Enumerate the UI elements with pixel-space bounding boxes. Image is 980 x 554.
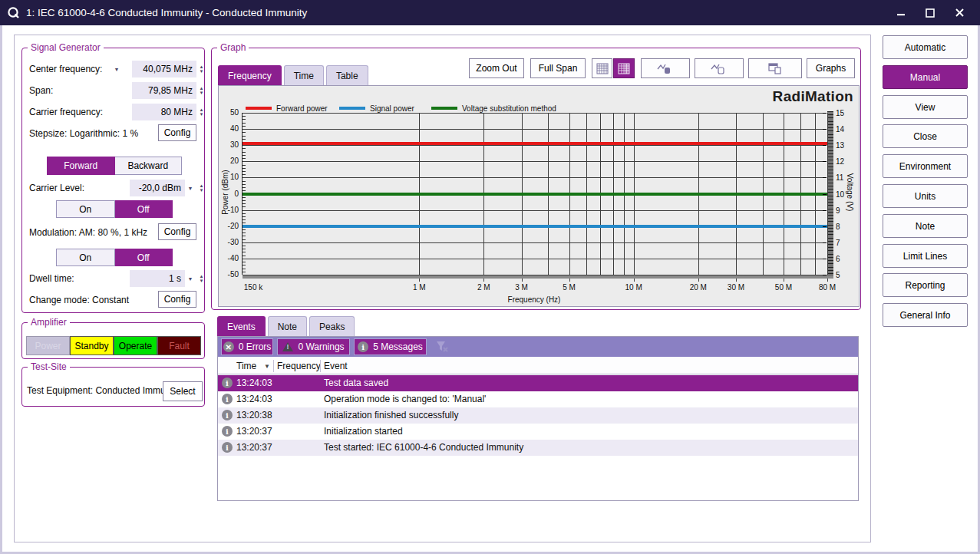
x-tick-label: 150 k	[236, 283, 270, 292]
amplifier-title: Amplifier	[28, 317, 70, 328]
events-tab-events[interactable]: Events	[217, 316, 266, 336]
column-header-event: Event	[324, 361, 348, 371]
event-text: Test started: IEC 61000-4-6 Conducted Im…	[324, 442, 523, 453]
cursor-add-icon[interactable]	[641, 58, 690, 78]
titlebar: 1: IEC 61000-4-6 Conducted Immunity - Co…	[0, 0, 980, 25]
plot-area[interactable]: 150 k1 M2 M3 M5 M10 M20 M30 M50 M80 M	[242, 113, 827, 275]
legend-swatch	[431, 107, 457, 110]
carrier-level-dropdown-icon[interactable]: ▼	[186, 180, 194, 196]
right-axis-major-tick	[823, 177, 827, 178]
h-gridline	[243, 242, 827, 243]
right-axis-major-tick	[823, 210, 827, 211]
clear-filter-icon[interactable]	[435, 340, 449, 357]
carrier-frequency-field[interactable]: 80 MHz ▲▼	[132, 104, 206, 120]
event-row[interactable]: i13:20:37Test started: IEC 61000-4-6 Con…	[218, 440, 858, 456]
amplifier-operate-button[interactable]: Operate	[114, 336, 157, 355]
modulation-config-button[interactable]: Config	[158, 223, 196, 240]
sidebar-button-automatic[interactable]: Automatic	[883, 35, 968, 59]
y-axis-right-title: Voltage (V)	[846, 170, 854, 216]
modulation-off[interactable]: Off	[115, 249, 173, 266]
warnings-button[interactable]: 0 Warnings	[277, 338, 350, 355]
carrier-off[interactable]: Off	[115, 200, 173, 218]
stepsize-config-button[interactable]: Config	[158, 124, 196, 141]
span-field[interactable]: 79,85 MHz ▲▼	[132, 82, 206, 99]
x-tick-mark	[419, 279, 420, 282]
amplifier-fault-button[interactable]: Fault	[157, 336, 201, 355]
events-table-header[interactable]: Time ▼ Frequency Event	[218, 358, 858, 374]
minimize-button[interactable]	[886, 0, 916, 25]
errors-button[interactable]: ✕ 0 Errors	[221, 338, 273, 355]
events-panel: ✕ 0 Errors 0 Warnings i 5 Messages Time …	[217, 336, 859, 501]
h-gridline	[243, 275, 827, 275]
span-spinner[interactable]: ▲▼	[197, 82, 206, 99]
cursor-remove-icon[interactable]	[695, 58, 744, 78]
dwell-time-field[interactable]: 1 s ▼ ▲▼	[130, 270, 206, 287]
graph-tab-time[interactable]: Time	[284, 65, 324, 85]
carrier-level-field[interactable]: -20,0 dBm ▼ ▲▼	[130, 180, 206, 196]
dwell-time-spinner[interactable]: ▲▼	[197, 270, 206, 287]
y-tick-label-left: 40	[219, 124, 239, 133]
graph-tab-table[interactable]: Table	[326, 65, 368, 85]
span-label: Span:	[29, 85, 53, 96]
sidebar-button-reporting[interactable]: Reporting	[883, 273, 968, 297]
sidebar-button-limit-lines[interactable]: Limit Lines	[883, 244, 968, 268]
linear-grid-icon[interactable]	[592, 58, 612, 78]
event-text: Initialization started	[324, 426, 403, 437]
h-gridline	[243, 259, 827, 259]
app-logo-icon	[7, 6, 20, 19]
event-row[interactable]: i13:24:03Test data saved	[218, 375, 858, 391]
full-span-button[interactable]: Full Span	[530, 58, 586, 78]
sidebar-button-view[interactable]: View	[883, 95, 968, 119]
amplifier-standby-button[interactable]: Standby	[70, 336, 114, 355]
graphs-button[interactable]: Graphs	[807, 58, 855, 78]
legend-item-voltage-substitution-method: Voltage substitution method	[431, 104, 556, 112]
legend-swatch	[339, 107, 365, 110]
y-tick-label-left: 50	[219, 108, 239, 117]
close-button[interactable]	[945, 0, 974, 25]
center-frequency-dropdown-icon[interactable]: ▼	[113, 61, 120, 77]
x-tick-mark	[736, 279, 737, 282]
window-title: 1: IEC 61000-4-6 Conducted Immunity - Co…	[26, 7, 307, 18]
test-site-title: Test-Site	[28, 361, 70, 372]
maximize-button[interactable]	[916, 0, 945, 25]
log-grid-icon[interactable]	[613, 58, 635, 78]
modulation-on[interactable]: On	[56, 249, 115, 266]
direction-backward[interactable]: Backward	[115, 157, 183, 175]
right-axis-major-tick	[823, 194, 827, 195]
sidebar-button-close[interactable]: Close	[883, 124, 968, 148]
event-row[interactable]: i13:24:03Operation mode is changed to: '…	[218, 391, 858, 407]
dwell-time-label: Dwell time:	[29, 273, 74, 284]
test-site-select-button[interactable]: Select	[163, 381, 203, 401]
sidebar-button-note[interactable]: Note	[883, 214, 968, 238]
carrier-level-spinner[interactable]: ▲▼	[197, 180, 206, 196]
messages-button[interactable]: i 5 Messages	[354, 338, 427, 355]
sidebar-button-manual[interactable]: Manual	[883, 65, 968, 89]
y-tick-label-right: 7	[836, 239, 853, 247]
carrier-on[interactable]: On	[56, 200, 115, 218]
amplifier-power-button: Power	[26, 336, 70, 355]
graph-tab-frequency[interactable]: Frequency	[218, 65, 282, 85]
y-tick-label-right: 8	[836, 223, 853, 231]
sidebar-button-units[interactable]: Units	[883, 184, 968, 208]
events-tab-note[interactable]: Note	[268, 316, 307, 336]
dwell-time-dropdown-icon[interactable]: ▼	[186, 270, 194, 287]
events-tab-peaks[interactable]: Peaks	[309, 316, 355, 336]
direction-forward[interactable]: Forward	[47, 157, 115, 175]
copy-graph-icon[interactable]	[748, 58, 802, 78]
carrier-frequency-spinner[interactable]: ▲▼	[197, 104, 206, 120]
x-tick-label: 50 M	[767, 283, 800, 292]
sidebar-button-environment[interactable]: Environment	[883, 154, 968, 178]
center-frequency-field[interactable]: 40,075 MHz ▲▼	[132, 61, 206, 77]
event-time: 13:24:03	[236, 378, 272, 388]
event-row[interactable]: i13:20:37Initialization started	[218, 424, 858, 440]
h-gridline	[243, 177, 827, 178]
change-mode-config-button[interactable]: Config	[158, 291, 196, 308]
graph-panel[interactable]: RadiMation Forward powerSignal powerVolt…	[218, 85, 860, 307]
info-icon: i	[222, 394, 233, 404]
event-row[interactable]: i13:20:38Initialization finished success…	[218, 407, 858, 424]
zoom-out-button[interactable]: Zoom Out	[469, 58, 524, 78]
legend-label: Forward power	[276, 104, 328, 113]
center-frequency-spinner[interactable]: ▲▼	[197, 61, 206, 77]
right-axis-major-tick	[823, 259, 827, 259]
sidebar-button-general-info[interactable]: General Info	[883, 303, 968, 327]
